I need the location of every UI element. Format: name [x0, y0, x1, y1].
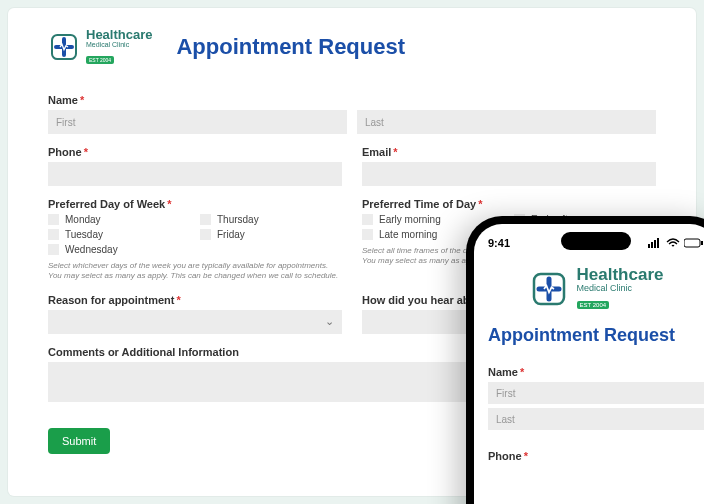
day-option: Wednesday — [65, 244, 118, 255]
time-option: Late morning — [379, 229, 437, 240]
first-name-input[interactable] — [48, 110, 347, 134]
brand-badge: EST 2004 — [86, 56, 114, 64]
reason-select[interactable]: ⌄ — [48, 310, 342, 334]
phone-screen: 9:41 Healthcare Medical Clinic EST 2004 — [474, 224, 704, 504]
form-card: Healthcare Medical Clinic EST 2004 Appoi… — [8, 8, 696, 496]
time-option: Early morning — [379, 214, 441, 225]
svg-rect-6 — [701, 241, 703, 245]
brand-name: Healthcare — [86, 28, 152, 41]
day-option: Thursday — [217, 214, 259, 225]
phone-label: Phone* — [48, 146, 342, 158]
phone-logo: Healthcare Medical Clinic EST 2004 — [488, 266, 704, 311]
svg-rect-1 — [648, 244, 650, 248]
status-icons — [648, 238, 704, 248]
thursday-checkbox[interactable] — [200, 214, 211, 225]
phone-brand-badge: EST 2004 — [577, 301, 610, 309]
last-name-input[interactable] — [357, 110, 656, 134]
friday-checkbox[interactable] — [200, 229, 211, 240]
email-label: Email* — [362, 146, 656, 158]
wifi-icon — [666, 238, 680, 248]
monday-checkbox[interactable] — [48, 214, 59, 225]
phone-input[interactable] — [48, 162, 342, 186]
pref-day-label: Preferred Day of Week* — [48, 198, 342, 210]
reason-label: Reason for appointment* — [48, 294, 342, 306]
logo-icon — [48, 31, 80, 63]
logo: Healthcare Medical Clinic EST 2004 — [48, 28, 152, 66]
tuesday-checkbox[interactable] — [48, 229, 59, 240]
phone-brand-subtitle: Medical Clinic — [577, 283, 664, 293]
email-input[interactable] — [362, 162, 656, 186]
day-option: Friday — [217, 229, 245, 240]
phone-last-input[interactable] — [488, 408, 704, 430]
chevron-down-icon: ⌄ — [325, 315, 334, 328]
day-option: Tuesday — [65, 229, 103, 240]
phone-notch — [561, 232, 631, 250]
phone-first-input[interactable] — [488, 382, 704, 404]
battery-icon — [684, 238, 704, 248]
svg-rect-5 — [684, 239, 700, 247]
phone-name-label: Name* — [488, 366, 704, 378]
logo-icon — [529, 269, 569, 309]
status-time: 9:41 — [488, 237, 510, 249]
day-option: Monday — [65, 214, 101, 225]
brand-subtitle: Medical Clinic — [86, 41, 152, 48]
page-title: Appointment Request — [176, 34, 405, 60]
phone-page-title: Appointment Request — [488, 325, 704, 346]
svg-rect-3 — [654, 240, 656, 248]
svg-rect-2 — [651, 242, 653, 248]
submit-button[interactable]: Submit — [48, 428, 110, 454]
header: Healthcare Medical Clinic EST 2004 Appoi… — [48, 28, 656, 66]
early-morning-checkbox[interactable] — [362, 214, 373, 225]
phone-mockup: 9:41 Healthcare Medical Clinic EST 2004 — [466, 216, 704, 504]
phone-phone-label: Phone* — [488, 450, 704, 462]
signal-icon — [648, 238, 662, 248]
svg-rect-4 — [657, 238, 659, 248]
wednesday-checkbox[interactable] — [48, 244, 59, 255]
days-help-text: Select whichever days of the week you ar… — [48, 261, 342, 282]
name-label: Name* — [48, 94, 656, 106]
phone-brand-name: Healthcare — [577, 266, 664, 283]
late-morning-checkbox[interactable] — [362, 229, 373, 240]
pref-time-label: Preferred Time of Day* — [362, 198, 656, 210]
